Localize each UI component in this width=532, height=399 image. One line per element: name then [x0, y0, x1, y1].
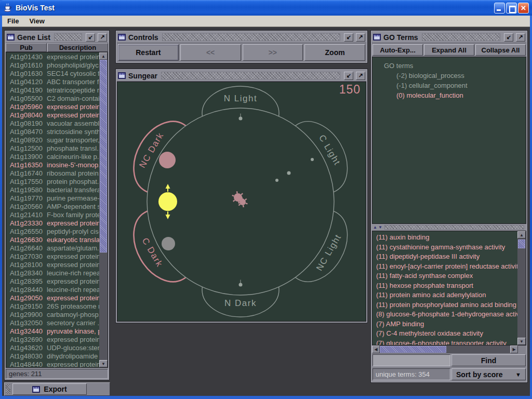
- gene-row[interactable]: At1g01610phospholipid/glyc...: [6, 61, 99, 69]
- sungear-diagram[interactable]: N LightC LightNC LightN DarkC DarkNC Dar…: [117, 82, 366, 322]
- frame-restore-button[interactable]: ↙: [504, 33, 513, 42]
- gene-row[interactable]: At1g19770purine permease-...: [6, 194, 99, 202]
- gene-row[interactable]: At1g01630SEC14 cytosolic f...: [6, 69, 99, 77]
- sort-dropdown[interactable]: Sort by score ▼: [451, 368, 526, 380]
- gene-row[interactable]: At1g01430expressed protein...: [6, 52, 99, 61]
- tree-item[interactable]: (-2) biological_process: [373, 71, 526, 81]
- menu-item[interactable]: File: [2, 16, 24, 27]
- window-minimize-button[interactable]: [494, 3, 505, 14]
- collapse-up-icon[interactable]: ▲: [373, 224, 377, 230]
- export-button[interactable]: Export: [12, 383, 87, 395]
- control-button[interactable]: <<: [180, 44, 241, 61]
- gene-row[interactable]: At1g08190vacuolar assembl...: [6, 119, 99, 127]
- gene-row[interactable]: At1g13900calcineurin-like p...: [6, 152, 99, 161]
- go-term-item[interactable]: (11) cystathionine gamma-synthase activi…: [373, 243, 517, 252]
- scrollbar-track[interactable]: [517, 238, 526, 338]
- go-horizontal-scrollbar[interactable]: ◀ ▶: [372, 345, 526, 353]
- tree-item[interactable]: (0) molecular_function: [373, 90, 526, 100]
- sungear-titlebar[interactable]: Sungear ↙ ↗: [117, 70, 366, 82]
- gene-row[interactable]: At1g43620UDP-glucose:ster...: [6, 343, 99, 352]
- go-term-item[interactable]: (11) enoyl-[acyl-carrier protein] reduct…: [373, 262, 517, 272]
- gene-row[interactable]: At1g32690expressed protein...: [6, 335, 99, 343]
- column-header-description[interactable]: Description: [47, 43, 108, 52]
- gene-row[interactable]: At1g16350inosine-5'-monop...: [6, 161, 99, 169]
- gene-row[interactable]: At1g48440expressed protein...: [6, 360, 99, 367]
- gene-row[interactable]: At1g17550protein phosphat...: [6, 177, 99, 185]
- gene-row[interactable]: At1g28100expressed protein...: [6, 260, 99, 269]
- go-action-button[interactable]: Expand All: [424, 44, 474, 56]
- scroll-up-icon[interactable]: ▲: [99, 52, 108, 60]
- frame-maximize-button[interactable]: ↗: [356, 72, 365, 80]
- control-button[interactable]: >>: [243, 44, 303, 61]
- gene-row[interactable]: At1g16740ribosomal protein...: [6, 169, 99, 177]
- gene-list-titlebar[interactable]: Gene List ↙ ↗: [6, 32, 108, 43]
- control-button[interactable]: Zoom: [304, 44, 365, 61]
- sungear-canvas[interactable]: N LightC LightNC LightN DarkC DarkNC Dar…: [117, 82, 366, 322]
- frame-restore-button[interactable]: ↙: [344, 33, 353, 42]
- control-button[interactable]: Restart: [118, 44, 179, 61]
- tree-item[interactable]: GO terms: [373, 61, 526, 71]
- gene-row[interactable]: At1g05500C2 domain-contai...: [6, 94, 99, 102]
- go-term-item[interactable]: (11) protein phosphorylated amino acid b…: [373, 300, 517, 310]
- gene-row[interactable]: At1g28340leucine-rich repea...: [6, 269, 99, 277]
- scroll-right-icon[interactable]: ▶: [510, 345, 518, 353]
- gene-row[interactable]: At1g19580bacterial transfera...: [6, 185, 99, 194]
- gene-row[interactable]: At1g20560AMP-dependent s...: [6, 202, 99, 210]
- collapse-down-icon[interactable]: ▼: [378, 224, 382, 230]
- go-term-item[interactable]: (11) protein amino acid adenylylation: [373, 290, 517, 300]
- gene-row[interactable]: At1g32050secretory carrier ...: [6, 318, 99, 327]
- menu-item[interactable]: View: [24, 16, 49, 27]
- frame-maximize-button[interactable]: ↗: [516, 33, 525, 42]
- frame-restore-button[interactable]: ↙: [344, 72, 353, 80]
- go-term-item[interactable]: (11) dipeptidyl-peptidase III activity: [373, 252, 517, 262]
- gene-row[interactable]: At1g48030dihydrolipoamide ...: [6, 352, 99, 360]
- go-term-item[interactable]: (11) fatty-acid synthase complex: [373, 271, 517, 281]
- go-term-item[interactable]: (7) glucose-6-phosphate transporter acti…: [373, 339, 517, 345]
- gene-row[interactable]: At1g26550peptidyl-prolyl cis-...: [6, 227, 99, 235]
- go-action-button[interactable]: Auto-Exp...: [373, 44, 423, 56]
- scrollbar-thumb[interactable]: [380, 346, 446, 353]
- scroll-down-icon[interactable]: ▼: [517, 338, 526, 345]
- frame-restore-button[interactable]: ↙: [86, 33, 95, 42]
- frame-maximize-button[interactable]: ↗: [356, 33, 365, 42]
- gene-row[interactable]: At1g12500phosphate transl...: [6, 144, 99, 152]
- go-list-scrollbar[interactable]: ▲ ▼: [517, 231, 526, 345]
- window-maximize-button[interactable]: [506, 3, 517, 14]
- window-close-button[interactable]: ✕: [518, 3, 529, 14]
- scroll-down-icon[interactable]: ▼: [99, 360, 108, 367]
- gene-row[interactable]: At1g26640aspartate/glutam...: [6, 244, 99, 252]
- go-term-item[interactable]: (8) glucose-6-phosphate 1-dehydrogenase …: [373, 310, 517, 320]
- go-term-item[interactable]: (11) auxin binding: [373, 233, 517, 243]
- gene-row[interactable]: At1g04190tetratricopeptide r...: [6, 86, 99, 94]
- gene-row[interactable]: At1g28440leucine-rich repea...: [6, 285, 99, 294]
- gene-row[interactable]: At1g29900carbamoyl-phosp...: [6, 310, 99, 318]
- tree-item[interactable]: (-1) cellular_component: [373, 81, 526, 90]
- window-titlebar[interactable]: BioVis Test ✕: [0, 0, 532, 16]
- go-term-item[interactable]: (7) C-4 methylsterol oxidase activity: [373, 329, 517, 339]
- split-pane-divider[interactable]: ▲ ▼: [372, 224, 526, 231]
- gene-list-scrollbar[interactable]: ▲ ▼: [99, 52, 108, 367]
- gene-row[interactable]: At1g08040expressed protein...: [6, 111, 99, 119]
- controls-titlebar[interactable]: Controls ↙ ↗: [117, 32, 366, 43]
- scrollbar-thumb[interactable]: [518, 240, 525, 248]
- column-header-pub[interactable]: Pub: [6, 43, 47, 52]
- gene-row[interactable]: At1g2915026S proteasome r...: [6, 302, 99, 310]
- go-term-item[interactable]: (11) hexose phosphate transport: [373, 281, 517, 291]
- gene-row[interactable]: At1g08920sugar transporter,...: [6, 136, 99, 144]
- go-term-item[interactable]: (7) AMP binding: [373, 320, 517, 329]
- gene-row[interactable]: At1g23330expressed protein...: [6, 219, 99, 227]
- frame-maximize-button[interactable]: ↗: [98, 33, 107, 42]
- gene-row[interactable]: At1g28395expressed protein...: [6, 277, 99, 285]
- gene-row[interactable]: At1g04120ABC transporter f...: [6, 77, 99, 86]
- scrollbar-track[interactable]: [380, 345, 510, 353]
- find-button[interactable]: Find: [451, 354, 526, 366]
- scrollbar-thumb[interactable]: [100, 60, 107, 252]
- gene-row[interactable]: At1g29050expressed protein...: [6, 294, 99, 302]
- go-terms-titlebar[interactable]: GO Terms ↙ ↗: [372, 32, 526, 43]
- toolbar-grip[interactable]: [6, 384, 10, 394]
- gene-row[interactable]: At1g05960expressed protein...: [6, 102, 99, 111]
- find-input[interactable]: [373, 354, 450, 366]
- go-action-button[interactable]: Collapse All: [475, 44, 526, 56]
- gene-row[interactable]: At1g32440pyruvate kinase, p...: [6, 327, 99, 335]
- scroll-up-icon[interactable]: ▲: [517, 231, 526, 238]
